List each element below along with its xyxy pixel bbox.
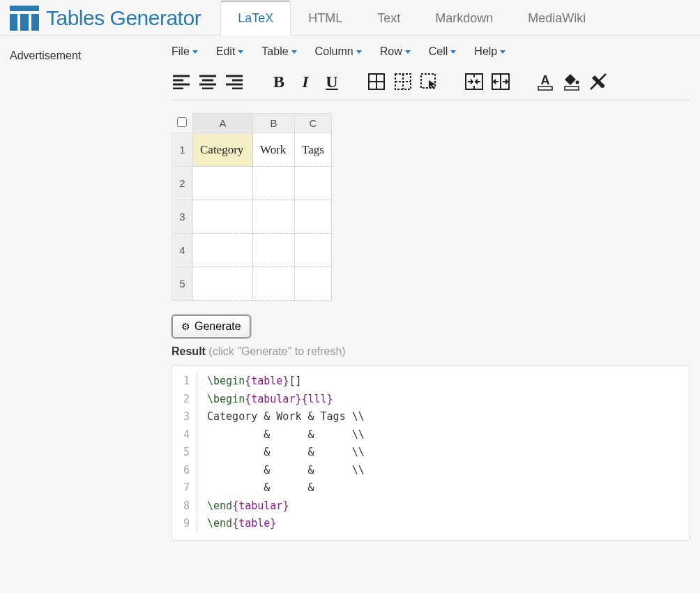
bold-icon[interactable]: B [269,72,289,91]
generate-label: Generate [195,320,241,333]
logo[interactable]: Tables Generator [0,0,211,35]
italic-icon[interactable]: I [296,72,315,91]
svg-point-28 [600,84,604,88]
align-right-icon[interactable] [225,72,244,91]
chevron-down-icon [291,50,297,54]
cell-B4[interactable] [253,234,295,267]
code-line: 3Category & Work & Tags \\ [178,408,684,426]
tab-text[interactable]: Text [360,1,418,36]
advertisement-label: Advertisement [0,36,172,541]
cell-B2[interactable] [253,167,295,200]
row-header-5[interactable]: 5 [172,267,193,301]
cell-C3[interactable] [295,200,332,234]
borders-all-icon[interactable] [367,72,386,91]
tab-latex[interactable]: LaTeX [220,1,291,36]
menu-table[interactable]: Table [261,45,296,58]
align-left-icon[interactable] [172,72,191,91]
cell-C1[interactable]: Tags [295,133,332,167]
cell-B1[interactable]: Work [253,133,295,167]
svg-text:A: A [541,73,550,87]
code-line: 7 & & [178,479,684,497]
brand-text: Tables Generator [46,6,201,30]
cell-C2[interactable] [295,167,332,200]
chevron-down-icon [405,50,411,54]
generate-button[interactable]: ⚙ Generate [172,315,251,338]
menubar: File Edit Table Column Row Cell Help [172,36,690,68]
cell-A1[interactable]: Category [193,133,253,167]
row-header-4[interactable]: 4 [172,234,193,267]
col-header-C[interactable]: C [295,114,332,133]
row-header-1[interactable]: 1 [172,133,193,167]
table-editor: ABC1CategoryWorkTags2345 [172,100,690,309]
svg-rect-25 [538,87,552,90]
logo-icon [10,6,39,31]
row-header-3[interactable]: 3 [172,200,193,234]
chevron-down-icon [450,50,456,54]
cell-A3[interactable] [193,200,253,234]
tab-mediawiki[interactable]: MediaWiki [510,1,603,36]
menu-column[interactable]: Column [315,45,362,58]
header: Tables Generator LaTeXHTMLTextMarkdownMe… [0,0,700,36]
format-tabs: LaTeXHTMLTextMarkdownMediaWiki [220,0,603,35]
toolbar: B I U A [172,68,690,100]
cell-A4[interactable] [193,234,253,267]
menu-file[interactable]: File [172,45,198,58]
chevron-down-icon [356,50,362,54]
split-cells-icon[interactable] [491,72,510,91]
borders-dashed-icon[interactable] [393,72,413,91]
fill-color-icon[interactable] [562,72,581,91]
col-header-A[interactable]: A [193,114,253,133]
borders-select-icon[interactable] [420,72,439,91]
cell-B5[interactable] [253,267,295,301]
chevron-down-icon [192,50,198,54]
code-line: 5 & & \\ [178,444,684,462]
chevron-down-icon [500,50,505,54]
menu-edit[interactable]: Edit [216,45,244,58]
code-line: 9\end{table} [178,515,684,533]
merge-cells-icon[interactable] [464,72,484,91]
code-line: 8\end{tabular} [178,497,684,516]
tab-markdown[interactable]: Markdown [418,1,510,36]
cell-A2[interactable] [193,167,253,200]
svg-rect-27 [565,87,579,90]
cell-C4[interactable] [295,234,332,267]
underline-icon[interactable]: U [322,72,342,91]
code-line: 2\begin{tabular}{lll} [178,391,684,409]
cell-A5[interactable] [193,267,253,301]
tab-html[interactable]: HTML [291,1,360,36]
result-heading: Result (click "Generate" to refresh) [172,345,690,358]
row-header-2[interactable]: 2 [172,167,193,200]
select-all-checkbox[interactable] [172,114,193,133]
code-line: 1\begin{table}[] [178,373,684,391]
align-center-icon[interactable] [198,72,218,91]
cell-C5[interactable] [295,267,332,301]
gear-icon: ⚙ [181,321,190,332]
code-line: 4 & & \\ [178,426,684,444]
code-line: 6 & & \\ [178,462,684,480]
col-header-B[interactable]: B [253,114,295,133]
svg-point-26 [576,81,579,84]
code-output[interactable]: 1\begin{table}[]2\begin{tabular}{lll}3Ca… [172,365,690,541]
chevron-down-icon [238,50,243,54]
text-color-icon[interactable]: A [535,72,555,91]
menu-help[interactable]: Help [474,45,505,58]
cell-B3[interactable] [253,200,295,234]
clear-format-icon[interactable] [588,72,608,91]
menu-cell[interactable]: Cell [429,45,457,58]
menu-row[interactable]: Row [380,45,411,58]
